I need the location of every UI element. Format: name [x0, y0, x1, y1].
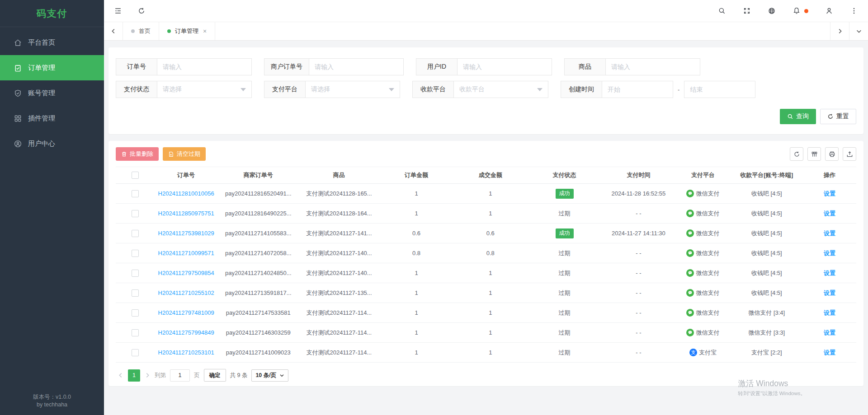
settings-link[interactable]: 设置	[824, 190, 835, 198]
orders-table-panel: 批量删除 清空过期	[108, 141, 863, 386]
settings-link[interactable]: 设置	[824, 249, 835, 257]
order-number-link[interactable]: H2024112850975751	[158, 210, 214, 217]
sidebar-menu: 平台首页 订单管理 账号管理 插件管理 用户中心	[0, 27, 104, 156]
order-amount: 1	[379, 289, 453, 296]
order-number-link[interactable]: H2024112753981029	[158, 230, 214, 237]
wechat-pay-icon	[687, 270, 693, 276]
product-name: 支付测试20241127-135...	[299, 289, 380, 297]
refresh-page-icon[interactable]	[137, 7, 146, 15]
row-checkbox[interactable]	[132, 289, 139, 297]
goto-page-input[interactable]	[170, 369, 190, 382]
language-globe-icon[interactable]	[768, 7, 776, 15]
notifications-button[interactable]	[793, 7, 808, 15]
row-checkbox[interactable]	[132, 190, 139, 197]
fullscreen-icon[interactable]	[743, 7, 751, 15]
goto-confirm-button[interactable]: 确定	[204, 369, 226, 382]
merchant-order-no: pay2024112714072058...	[218, 250, 299, 256]
order-number-link[interactable]: H2024112810010056	[158, 190, 214, 197]
version-text: 版本号：v1.0.0	[0, 393, 104, 401]
col-header: 成交金额	[453, 171, 528, 179]
settings-link[interactable]: 设置	[824, 309, 835, 317]
sidebar-item-home[interactable]: 平台首页	[0, 30, 104, 55]
credit-text: by techhaha	[0, 401, 104, 409]
settings-link[interactable]: 设置	[824, 349, 835, 357]
export-button[interactable]	[843, 147, 856, 161]
order-number-link[interactable]: H2024112710253101	[158, 349, 214, 356]
col-header: 商品	[299, 171, 380, 179]
pay-platform-select[interactable]: 请选择	[305, 81, 400, 98]
merchant-order-no-input[interactable]	[309, 59, 403, 75]
sidebar-item-accounts[interactable]: 账号管理	[0, 80, 104, 106]
row-checkbox[interactable]	[132, 309, 139, 317]
tabs-menu-chevron-icon[interactable]	[849, 22, 868, 40]
search-button[interactable]: 查询	[780, 109, 816, 124]
order-number-link[interactable]: H2024112797509854	[158, 270, 214, 276]
search-icon[interactable]	[718, 7, 726, 15]
next-page-icon[interactable]	[144, 372, 151, 378]
reset-button[interactable]: 重置	[820, 109, 856, 124]
sidebar-item-plugins[interactable]: 插件管理	[0, 106, 104, 131]
pay-status-select[interactable]: 请选择	[157, 81, 252, 98]
row-checkbox[interactable]	[132, 230, 139, 237]
order-number-link[interactable]: H2024112757994849	[158, 329, 214, 336]
filter-receive-platform: 收款平台 收款平台	[412, 81, 548, 98]
clear-expired-button[interactable]: 清空过期	[163, 147, 206, 161]
settings-link[interactable]: 设置	[824, 269, 835, 277]
start-date-input[interactable]	[602, 81, 673, 98]
col-header: 订单金额	[379, 171, 453, 179]
order-number-link[interactable]: H2024112710099571	[158, 250, 214, 256]
paid-amount: 0.8	[453, 250, 528, 256]
settings-link[interactable]: 设置	[824, 329, 835, 337]
column-filter-button[interactable]	[807, 147, 821, 161]
tabs-scroll-right-icon[interactable]	[830, 22, 849, 40]
sidebar-item-orders[interactable]: 订单管理	[0, 55, 104, 80]
col-header: 商家订单号	[218, 171, 299, 179]
refresh-icon	[793, 151, 800, 158]
tab-close-icon[interactable]: ×	[203, 28, 207, 34]
filter-label: 用户ID	[416, 58, 458, 75]
prev-page-icon[interactable]	[118, 372, 124, 378]
collapse-menu-icon[interactable]	[114, 7, 122, 15]
columns-icon	[811, 151, 818, 158]
row-checkbox[interactable]	[132, 329, 139, 336]
user-profile-icon[interactable]	[825, 7, 833, 15]
more-menu-icon[interactable]	[850, 7, 858, 15]
row-checkbox[interactable]	[132, 349, 139, 356]
receive-platform-select[interactable]: 收款平台	[453, 81, 548, 98]
product-input[interactable]	[606, 59, 700, 75]
product-name: 支付测试20241127-141...	[299, 229, 380, 238]
paid-amount: 1	[453, 309, 528, 316]
table-body: H2024112810010056 pay2024112816520491...…	[116, 184, 856, 363]
order-amount: 1	[379, 190, 453, 197]
filter-label: 商户订单号	[264, 58, 309, 75]
row-checkbox[interactable]	[132, 210, 139, 217]
settings-link[interactable]: 设置	[824, 289, 835, 297]
table-refresh-button[interactable]	[790, 147, 803, 161]
product-name: 支付测试20241127-114...	[299, 309, 380, 317]
merchant-order-no: pay2024112713591817...	[218, 289, 299, 296]
user-id-input[interactable]	[458, 59, 552, 75]
print-button[interactable]	[825, 147, 839, 161]
paid-amount: 1	[453, 329, 528, 336]
current-page-button[interactable]: 1	[128, 369, 140, 382]
filter-label: 创建时间	[561, 81, 602, 98]
row-checkbox[interactable]	[132, 270, 139, 277]
order-no-input[interactable]	[157, 59, 251, 75]
order-number-link[interactable]: H2024112797481009	[158, 309, 214, 316]
tab-order-management[interactable]: 订单管理 ×	[159, 22, 215, 40]
row-checkbox[interactable]	[132, 250, 139, 257]
settings-link[interactable]: 设置	[824, 210, 835, 218]
select-all-checkbox[interactable]	[132, 172, 139, 179]
tab-home[interactable]: 首页	[123, 22, 159, 40]
end-date-input[interactable]	[684, 81, 755, 98]
order-amount: 0.8	[379, 250, 453, 256]
settings-link[interactable]: 设置	[824, 229, 835, 238]
pay-time: 2024-11-27 14:11:30	[601, 230, 675, 237]
order-number-link[interactable]: H2024112710255102	[158, 289, 214, 296]
filter-user-id: 用户ID	[416, 58, 552, 75]
tabs-scroll-left-icon[interactable]	[104, 22, 123, 40]
sidebar-item-user-center[interactable]: 用户中心	[0, 131, 104, 156]
per-page-select[interactable]: 10 条/页	[251, 369, 288, 382]
wechat-pay-icon	[687, 230, 693, 236]
batch-delete-button[interactable]: 批量删除	[116, 147, 159, 161]
